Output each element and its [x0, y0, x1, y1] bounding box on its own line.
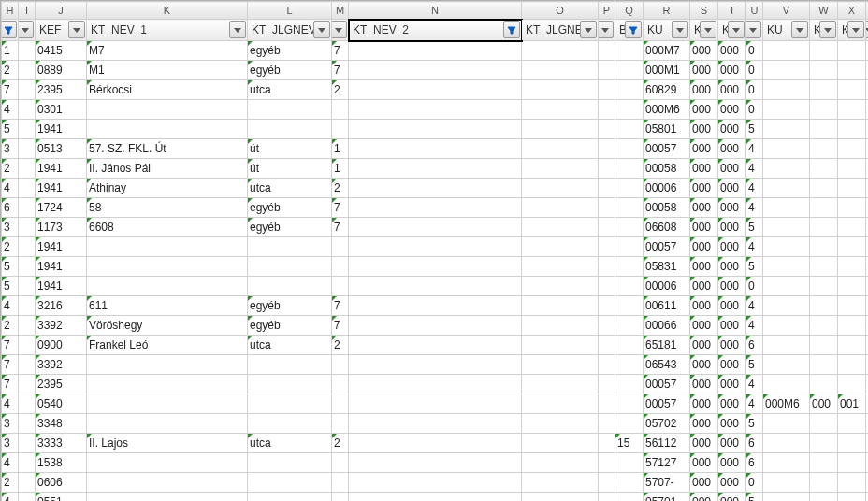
cell-U[interactable]: 4 — [746, 375, 763, 394]
cell-M[interactable]: 1 — [332, 159, 349, 179]
cell-T[interactable]: 000 — [718, 336, 746, 355]
cell-P[interactable] — [599, 120, 615, 139]
cell-S[interactable]: 000 — [690, 336, 718, 355]
filter-dropdown-icon[interactable] — [672, 21, 688, 38]
cell-V[interactable] — [763, 453, 810, 473]
cell-K[interactable]: Vöröshegy — [87, 316, 248, 336]
filter-active-icon[interactable] — [625, 21, 642, 38]
cell-P[interactable] — [599, 493, 615, 502]
cell-K[interactable]: Frankel Leó — [87, 336, 248, 355]
cell-R[interactable]: 00006 — [644, 179, 690, 198]
filter-active-icon[interactable] — [503, 21, 520, 38]
cell-J[interactable]: 0900 — [36, 336, 87, 355]
cell-O[interactable] — [522, 414, 599, 434]
cell-K[interactable]: Athinay — [87, 179, 248, 198]
cell-U[interactable]: 4 — [746, 394, 763, 414]
cell-I[interactable] — [19, 453, 36, 473]
cell-T[interactable]: 000 — [718, 453, 746, 473]
cell-L[interactable]: egyéb — [248, 218, 332, 237]
cell-N[interactable] — [349, 493, 522, 502]
cell-K[interactable] — [87, 277, 248, 296]
cell-O[interactable] — [522, 355, 599, 375]
cell-P[interactable] — [599, 316, 615, 336]
col-T[interactable]: T — [718, 2, 746, 20]
cell-T[interactable]: 000 — [718, 41, 746, 61]
cell-P[interactable] — [599, 100, 615, 120]
cell-V[interactable] — [763, 100, 810, 120]
cell-U[interactable]: 6 — [746, 453, 763, 473]
cell-L[interactable]: egyéb — [248, 61, 332, 80]
cell-I[interactable] — [19, 80, 36, 100]
cell-O[interactable] — [522, 453, 599, 473]
cell-V[interactable] — [763, 257, 810, 277]
cell-X[interactable] — [838, 473, 866, 493]
cell-Q[interactable] — [615, 218, 644, 237]
cell-R[interactable]: 00058 — [644, 159, 690, 179]
cell-S[interactable]: 000 — [690, 375, 718, 394]
cell-S[interactable]: 000 — [690, 218, 718, 237]
cell-X[interactable] — [838, 414, 866, 434]
cell-W[interactable] — [810, 375, 838, 394]
cell-L[interactable]: egyéb — [248, 316, 332, 336]
cell-H[interactable]: 2 — [2, 159, 19, 179]
cell-S[interactable]: 000 — [690, 453, 718, 473]
cell-J[interactable]: 3348 — [36, 414, 87, 434]
cell-I[interactable] — [19, 355, 36, 375]
cell-V[interactable] — [763, 473, 810, 493]
cell-X[interactable] — [838, 434, 866, 453]
cell-I[interactable] — [19, 296, 36, 316]
cell-M[interactable] — [332, 120, 349, 139]
cell-L[interactable] — [248, 355, 332, 375]
cell-L[interactable] — [248, 237, 332, 257]
cell-S[interactable]: 000 — [690, 394, 718, 414]
cell-J[interactable]: 3216 — [36, 296, 87, 316]
cell-I[interactable] — [19, 394, 36, 414]
filter-dropdown-icon[interactable] — [19, 21, 35, 38]
cell-P[interactable] — [599, 159, 615, 179]
cell-U[interactable]: 5 — [746, 414, 763, 434]
cell-P[interactable] — [599, 296, 615, 316]
cell-M[interactable] — [332, 473, 349, 493]
cell-Q[interactable] — [615, 120, 644, 139]
cell-N[interactable] — [349, 277, 522, 296]
cell-W[interactable] — [810, 414, 838, 434]
cell-V[interactable] — [763, 296, 810, 316]
cell-J[interactable]: 2395 — [36, 375, 87, 394]
cell-W[interactable] — [810, 179, 838, 198]
cell-M[interactable]: 7 — [332, 296, 349, 316]
cell-P[interactable] — [599, 257, 615, 277]
cell-Q[interactable] — [615, 414, 644, 434]
cell-J[interactable]: 0606 — [36, 473, 87, 493]
cell-U[interactable]: 4 — [746, 237, 763, 257]
cell-T[interactable]: 000 — [718, 316, 746, 336]
cell-H[interactable]: 1 — [2, 41, 19, 61]
cell-P[interactable] — [599, 139, 615, 159]
cell-K[interactable]: II. János Pál — [87, 159, 248, 179]
col-P[interactable]: P — [599, 2, 615, 20]
cell-N[interactable] — [349, 414, 522, 434]
cell-K[interactable]: 611 — [87, 296, 248, 316]
cell-U[interactable]: 5 — [746, 218, 763, 237]
header-L[interactable]: KT_JLGNEV — [248, 20, 332, 41]
cell-J[interactable]: 2395 — [36, 80, 87, 100]
cell-I[interactable] — [19, 257, 36, 277]
cell-W[interactable] — [810, 336, 838, 355]
cell-W[interactable] — [810, 159, 838, 179]
cell-X[interactable] — [838, 100, 866, 120]
cell-O[interactable] — [522, 493, 599, 502]
cell-Q[interactable]: 15 — [615, 434, 644, 453]
cell-V[interactable] — [763, 355, 810, 375]
cell-T[interactable]: 000 — [718, 375, 746, 394]
cell-V[interactable] — [763, 277, 810, 296]
cell-W[interactable] — [810, 473, 838, 493]
cell-U[interactable]: 5 — [746, 355, 763, 375]
cell-Q[interactable] — [615, 296, 644, 316]
cell-S[interactable]: 000 — [690, 159, 718, 179]
cell-M[interactable] — [332, 355, 349, 375]
cell-S[interactable]: 000 — [690, 277, 718, 296]
cell-T[interactable]: 000 — [718, 296, 746, 316]
cell-P[interactable] — [599, 355, 615, 375]
cell-K[interactable] — [87, 375, 248, 394]
cell-U[interactable]: 0 — [746, 41, 763, 61]
cell-U[interactable]: 6 — [746, 434, 763, 453]
